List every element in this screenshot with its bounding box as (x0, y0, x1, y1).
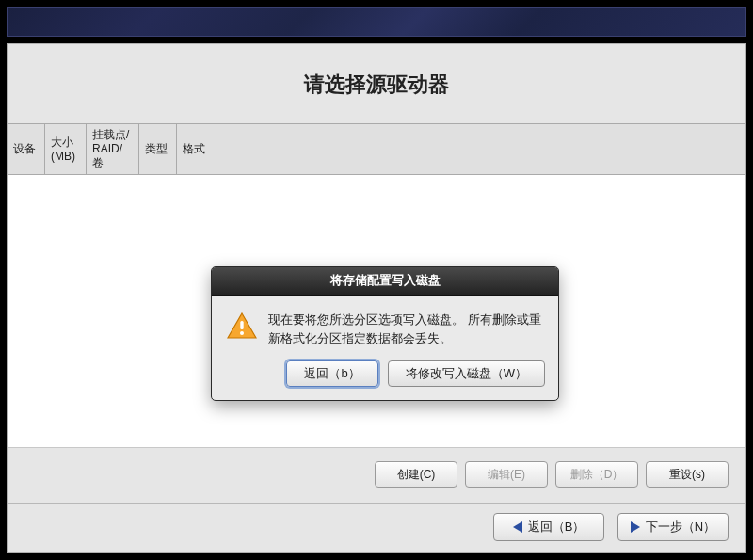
next-button[interactable]: 下一步（N） (617, 513, 729, 541)
svg-rect-1 (240, 321, 243, 329)
dialog-body: 现在要将您所选分区选项写入磁盘。 所有删除或重新格式化分区指定数据都会丢失。 (212, 296, 558, 355)
back-button[interactable]: 返回（B） (493, 513, 604, 541)
col-size[interactable]: 大小 (MB) (45, 124, 87, 174)
back-button-label: 返回（B） (528, 519, 585, 536)
warning-icon (227, 312, 257, 339)
window-frame: 请选择源驱动器 设备 大小 (MB) 挂载点/ RAID/卷 类型 格式 创建(… (0, 0, 753, 560)
partition-table-header: 设备 大小 (MB) 挂载点/ RAID/卷 类型 格式 (8, 123, 745, 175)
main-panel: 请选择源驱动器 设备 大小 (MB) 挂载点/ RAID/卷 类型 格式 创建(… (7, 43, 746, 553)
window-header-bar (7, 7, 746, 37)
partition-action-row: 创建(C) 编辑(E) 删除（D） 重设(s) (8, 448, 745, 488)
dialog-actions: 返回（b） 将修改写入磁盘（W） (212, 355, 558, 400)
next-button-label: 下一步（N） (646, 519, 715, 536)
delete-button: 删除（D） (555, 461, 638, 488)
nav-row: 返回（B） 下一步（N） (8, 503, 745, 552)
col-format[interactable]: 格式 (177, 124, 215, 174)
dialog-write-button[interactable]: 将修改写入磁盘（W） (388, 360, 545, 387)
col-mount[interactable]: 挂载点/ RAID/卷 (87, 124, 139, 174)
content-area: 请选择源驱动器 设备 大小 (MB) 挂载点/ RAID/卷 类型 格式 创建(… (7, 37, 746, 553)
write-to-disk-dialog: 将存储配置写入磁盘 现在要将您所选分区选项写入磁盘。 所有删除或重新格式化分区指… (211, 266, 559, 401)
col-device[interactable]: 设备 (8, 124, 45, 174)
dialog-title: 将存储配置写入磁盘 (212, 267, 558, 296)
col-type[interactable]: 类型 (139, 124, 177, 174)
arrow-left-icon (513, 521, 522, 533)
svg-point-2 (240, 331, 244, 335)
reset-button[interactable]: 重设(s) (646, 461, 729, 488)
edit-button: 编辑(E) (465, 461, 548, 488)
dialog-message: 现在要将您所选分区选项写入磁盘。 所有删除或重新格式化分区指定数据都会丢失。 (268, 311, 543, 347)
create-button[interactable]: 创建(C) (375, 461, 457, 488)
dialog-back-button[interactable]: 返回（b） (286, 360, 377, 387)
page-title: 请选择源驱动器 (8, 44, 745, 123)
arrow-right-icon (631, 521, 640, 533)
